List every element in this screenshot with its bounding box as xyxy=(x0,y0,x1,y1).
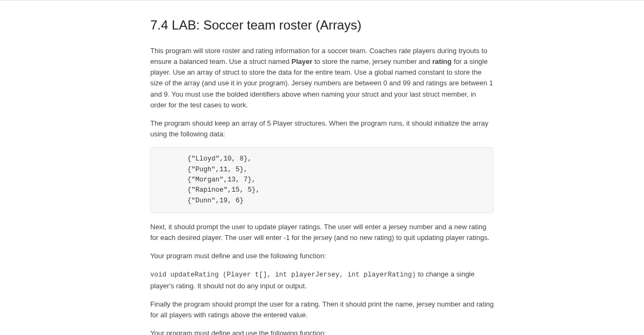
content-area: 7.4 LAB: Soccer team roster (Arrays) Thi… xyxy=(140,1,504,335)
intro-paragraph-1: This program will store roster and ratin… xyxy=(150,46,494,111)
mid-paragraph-4: Your program must define and use the fol… xyxy=(150,328,494,335)
function-1-line: void updateRating (Player t[], int playe… xyxy=(150,269,494,292)
mid-paragraph-1: Next, it should prompt the user to updat… xyxy=(150,222,494,243)
identifier-player: Player xyxy=(291,57,312,65)
intro-paragraph-2: The program should keep an array of 5 Pl… xyxy=(150,118,494,140)
identifier-rating: rating xyxy=(432,57,451,65)
intro-text-1c: to store the name, jersey number and xyxy=(312,57,432,65)
mid-paragraph-2: Your program must define and use the fol… xyxy=(150,251,494,261)
mid-paragraph-3: Finally the program should prompt the us… xyxy=(150,299,494,321)
page-wrapper: 7.4 LAB: Soccer team roster (Arrays) Thi… xyxy=(0,0,644,335)
function-1-signature: void updateRating (Player t[], int playe… xyxy=(150,271,416,279)
page-title: 7.4 LAB: Soccer team roster (Arrays) xyxy=(150,16,494,35)
initial-data-code-block: {"Lloyd",10, 8}, {"Pugh",11, 5}, {"Morga… xyxy=(150,147,494,213)
